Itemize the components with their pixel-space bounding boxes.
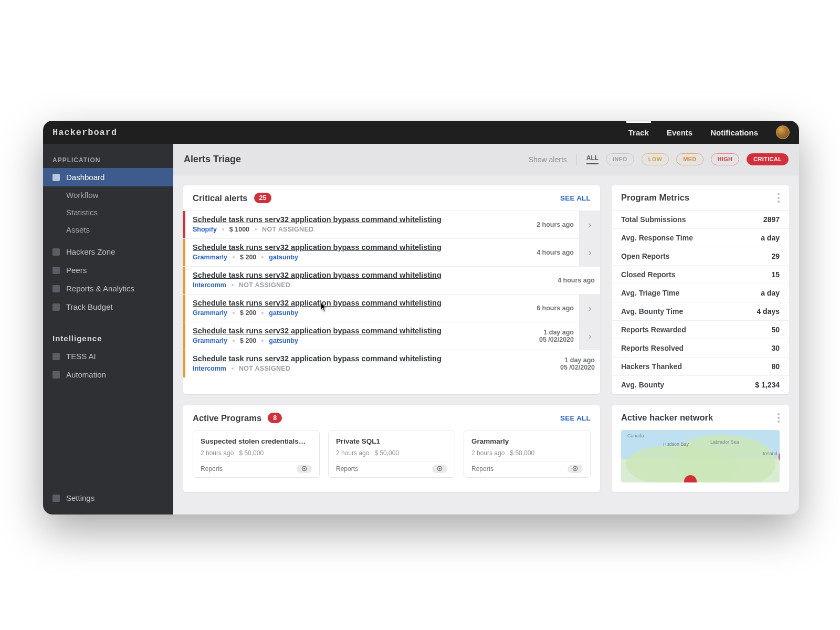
alert-row[interactable]: Schedule task runs serv32 application by…: [183, 294, 600, 322]
filter-high[interactable]: HIGH: [711, 153, 740, 165]
sidebar-item-label: Dashboard: [66, 173, 104, 182]
metrics-list: Total Submissions2897Avg. Response Timea…: [612, 210, 789, 394]
alert-org[interactable]: Intercomm: [193, 365, 226, 372]
sidebar-item-hackers-zone[interactable]: Hackers Zone: [43, 243, 173, 261]
top-bar: Hackerboard Track Events Notifications: [43, 121, 799, 144]
map[interactable]: Canada Hudson Bay Labrador Sea Ireland P…: [621, 430, 780, 482]
alert-assignee[interactable]: gatsunby: [269, 254, 298, 261]
more-icon[interactable]: [778, 413, 780, 423]
alert-title[interactable]: Schedule task runs serv32 application by…: [193, 271, 535, 279]
toggle-icon[interactable]: ⦿: [432, 465, 447, 473]
sidebar-item-peers[interactable]: Peers: [43, 261, 173, 279]
top-nav: Track Events Notifications: [628, 125, 790, 139]
card-header: Active Programs 8 SEE ALL: [183, 405, 600, 430]
alert-time: 1 day ago05 /02/2020: [521, 322, 579, 350]
see-all-link[interactable]: SEE ALL: [560, 194, 591, 202]
filter-critical[interactable]: CRITICAL: [747, 153, 789, 165]
chevron-right-icon[interactable]: ›: [579, 211, 600, 238]
card-header: Program Metrics: [612, 185, 789, 210]
sidebar-item-automation[interactable]: Automation: [43, 365, 173, 384]
alert-assignee[interactable]: gatsunby: [269, 337, 298, 344]
filter-all[interactable]: ALL: [586, 154, 598, 164]
metric-row: Total Submissions2897: [612, 210, 789, 228]
program-tile[interactable]: Grammarly 2 hours ago$ 50,000 Reports ⦿: [464, 430, 591, 478]
metric-value: 4 days: [757, 307, 780, 316]
alert-title[interactable]: Schedule task runs serv32 application by…: [193, 354, 535, 363]
alert-row[interactable]: Schedule task runs serv32 application by…: [183, 322, 600, 350]
metric-label: Avg. Bounty Time: [621, 307, 683, 316]
chevron-right-icon[interactable]: ›: [579, 322, 600, 350]
sidebar-sub-assets[interactable]: Assets: [43, 221, 173, 238]
chevron-right-icon[interactable]: ›: [579, 295, 600, 322]
sidebar-item-label: Peers: [66, 266, 87, 275]
metric-value: 2897: [763, 215, 780, 224]
alert-row[interactable]: Schedule task runs serv32 application by…: [183, 350, 600, 377]
alert-row[interactable]: Schedule task runs serv32 application by…: [183, 266, 600, 294]
page-title: Alerts Triage: [184, 154, 241, 165]
map-marker[interactable]: 22: [779, 449, 780, 465]
divider: [576, 154, 577, 165]
alert-org[interactable]: Grammarly: [193, 309, 227, 317]
card-title: Program Metrics: [621, 193, 689, 203]
sidebar-item-label: Reports & Analytics: [66, 284, 134, 293]
sidebar-sub-statistics[interactable]: Statistics: [43, 204, 173, 221]
active-programs-card: Active Programs 8 SEE ALL Suspected stol…: [183, 405, 601, 492]
nav-events[interactable]: Events: [667, 128, 692, 137]
avatar[interactable]: [776, 125, 790, 139]
nav-track[interactable]: Track: [628, 128, 649, 137]
alert-org[interactable]: Grammarly: [193, 337, 227, 344]
sidebar-item-label: Settings: [66, 494, 94, 502]
filter-low[interactable]: LOW: [642, 153, 669, 165]
toggle-icon[interactable]: ⦿: [297, 465, 312, 473]
alert-bounty: $ 1000: [229, 226, 249, 233]
program-metrics-card: Program Metrics Total Submissions2897Avg…: [611, 185, 790, 394]
alert-assignee[interactable]: gatsunby: [269, 309, 298, 317]
alert-org[interactable]: Intercomm: [193, 281, 226, 289]
program-foot: Reports ⦿: [336, 461, 447, 473]
sidebar-item-reports-analytics[interactable]: Reports & Analytics: [43, 279, 173, 298]
map-label: Ireland: [763, 451, 778, 456]
nav-notifications[interactable]: Notifications: [710, 128, 758, 137]
sidebar-item-dashboard[interactable]: Dashboard: [43, 168, 173, 186]
metric-row: Reports Rewarded50: [612, 320, 789, 339]
program-title: Private SQL1: [336, 437, 447, 445]
filter-info[interactable]: INFO: [606, 153, 634, 165]
alert-meta: Intercomm NOT ASSIGNED: [193, 365, 535, 372]
sidebar-item-settings[interactable]: Settings: [43, 489, 173, 507]
toggle-icon[interactable]: ⦿: [568, 465, 583, 473]
see-all-link[interactable]: SEE ALL: [560, 414, 591, 422]
filter-med[interactable]: MED: [676, 153, 703, 165]
alert-title[interactable]: Schedule task runs serv32 application by…: [193, 327, 514, 335]
metric-label: Avg. Triage Time: [621, 289, 679, 297]
metric-value: a day: [761, 234, 780, 242]
sidebar-sub-workflow[interactable]: Workflow: [43, 186, 173, 204]
sidebar-item-label: Hackers Zone: [66, 247, 115, 256]
alert-main: Schedule task runs serv32 application by…: [185, 211, 521, 238]
sidebar-item-label: TESS AI: [66, 352, 96, 361]
main: Alerts Triage Show alerts ALL INFO LOW M…: [173, 144, 799, 514]
app-window: Hackerboard Track Events Notifications A…: [43, 121, 799, 514]
chevron-right-icon[interactable]: ›: [579, 239, 600, 266]
square-icon: [52, 267, 60, 274]
metric-value: 30: [771, 344, 780, 352]
program-tile[interactable]: Suspected stolen credentials… 2 hours ag…: [193, 430, 320, 478]
more-icon[interactable]: [778, 193, 780, 203]
count-badge: 8: [268, 413, 282, 423]
card-title: Critical alerts: [193, 193, 248, 203]
alert-title[interactable]: Schedule task runs serv32 application by…: [193, 299, 514, 307]
alert-title[interactable]: Schedule task runs serv32 application by…: [193, 243, 514, 251]
metric-row: Avg. Response Timea day: [612, 228, 789, 247]
cursor-icon: [320, 302, 328, 312]
metric-label: Avg. Response Time: [621, 234, 693, 242]
program-foot-label: Reports: [201, 465, 223, 472]
alert-org[interactable]: Shopify: [193, 226, 217, 233]
alert-row[interactable]: Schedule task runs serv32 application by…: [183, 211, 600, 238]
programs-body: Suspected stolen credentials… 2 hours ag…: [183, 430, 600, 487]
metric-value: $ 1,234: [755, 381, 780, 389]
alert-row[interactable]: Schedule task runs serv32 application by…: [183, 238, 600, 266]
sidebar-item-tess-ai[interactable]: TESS AI: [43, 347, 173, 365]
alert-title[interactable]: Schedule task runs serv32 application by…: [193, 215, 514, 224]
sidebar-item-track-budget[interactable]: Track Budget: [43, 298, 173, 316]
program-tile[interactable]: Private SQL1 2 hours ago$ 50,000 Reports…: [328, 430, 455, 478]
alert-org[interactable]: Grammarly: [193, 254, 227, 261]
